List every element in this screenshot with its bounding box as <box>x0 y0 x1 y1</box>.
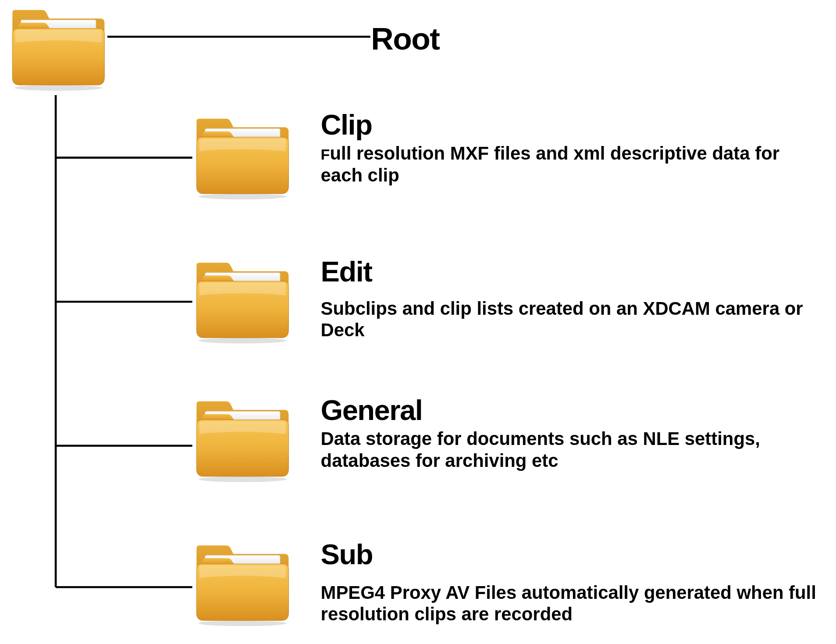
sub-title: Sub <box>321 538 824 571</box>
general-folder-icon <box>192 397 293 487</box>
sub-folder-icon <box>192 541 293 631</box>
general-title: General <box>321 394 824 427</box>
edit-folder-icon <box>192 258 293 348</box>
edit-title: Edit <box>321 256 824 288</box>
clip-description: Full resolution MXF files and xml descri… <box>321 143 824 187</box>
edit-label-block: Edit Subclips and clip lists created on … <box>321 256 824 342</box>
clip-label-block: Clip Full resolution MXF files and xml d… <box>321 109 824 187</box>
clip-folder-icon <box>192 114 293 204</box>
root-folder-icon <box>8 5 109 95</box>
general-label-block: General Data storage for documents such … <box>321 394 824 472</box>
general-description: Data storage for documents such as NLE s… <box>321 428 824 472</box>
sub-description: MPEG4 Proxy AV Files automatically gener… <box>321 582 824 626</box>
edit-description: Subclips and clip lists created on an XD… <box>321 298 824 342</box>
sub-label-block: Sub MPEG4 Proxy AV Files automatically g… <box>321 538 824 626</box>
root-label: Root <box>371 21 439 57</box>
clip-title: Clip <box>321 109 824 141</box>
